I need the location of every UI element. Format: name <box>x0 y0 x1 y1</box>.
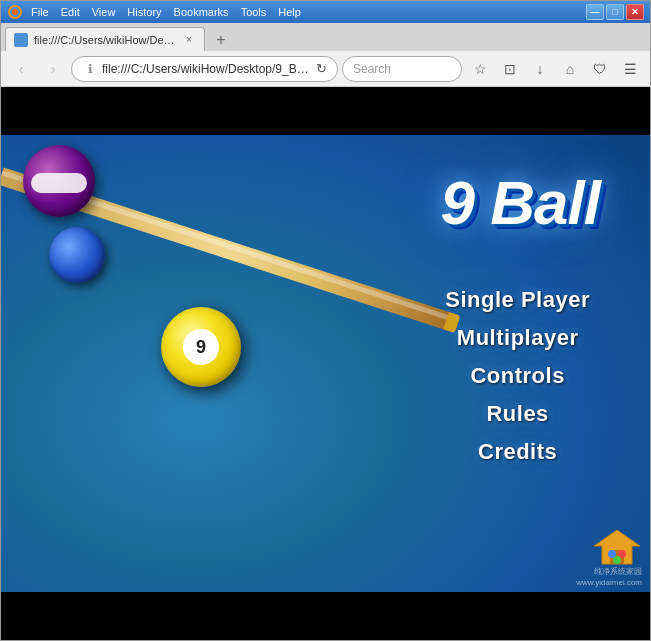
svg-point-7 <box>613 556 621 564</box>
url-text: file:///C:/Users/wikiHow/Desktop/9_BALL/ <box>102 62 312 76</box>
ball-purple <box>23 145 95 217</box>
ball-9: 9 <box>161 307 241 387</box>
watermark-text-2: www.yidaimei.com <box>576 577 642 588</box>
menu-bookmarks[interactable]: Bookmarks <box>174 6 229 18</box>
url-bar[interactable]: ℹ file:///C:/Users/wikiHow/Desktop/9_BAL… <box>71 56 338 82</box>
menu-history[interactable]: History <box>127 6 161 18</box>
menu-bar: File Edit View History Bookmarks Tools H… <box>31 6 301 18</box>
tab-bar: file:///C:/Users/wikiHow/Deskto × + <box>1 23 650 51</box>
window-controls: — □ ✕ <box>586 4 644 20</box>
home-button[interactable]: ⌂ <box>556 55 584 83</box>
game-title: 9 Ball <box>441 167 600 238</box>
menu-credits[interactable]: Credits <box>478 439 557 465</box>
black-bar-bottom <box>1 592 650 640</box>
watermark-text-1: 纯净系统家园 <box>594 566 642 577</box>
menu-view[interactable]: View <box>92 6 116 18</box>
game-scene: 9 9 Ball Single Player Multiplayer Contr… <box>1 87 650 640</box>
menu-edit[interactable]: Edit <box>61 6 80 18</box>
maximize-button[interactable]: □ <box>606 4 624 20</box>
browser-window: File Edit View History Bookmarks Tools H… <box>0 0 651 641</box>
black-bar-top <box>1 87 650 135</box>
info-icon: ℹ <box>82 61 98 77</box>
back-button[interactable]: ‹ <box>7 55 35 83</box>
menu-tools[interactable]: Tools <box>241 6 267 18</box>
menu-help[interactable]: Help <box>278 6 301 18</box>
menu-multiplayer[interactable]: Multiplayer <box>457 325 579 351</box>
watermark-icon <box>592 528 642 566</box>
tab-favicon <box>14 33 28 47</box>
menu-button[interactable]: ☰ <box>616 55 644 83</box>
watermark: 纯净系统家园 www.yidaimei.com <box>568 524 650 592</box>
reader-view-button[interactable]: ⊡ <box>496 55 524 83</box>
minimize-button[interactable]: — <box>586 4 604 20</box>
ball-purple-stripe <box>31 173 87 193</box>
navigation-bar: ‹ › ℹ file:///C:/Users/wikiHow/Desktop/9… <box>1 51 650 87</box>
menu-rules[interactable]: Rules <box>486 401 548 427</box>
ball-9-number: 9 <box>183 329 219 365</box>
shield-button[interactable]: 🛡 <box>586 55 614 83</box>
nav-icons: ☆ ⊡ ↓ ⌂ 🛡 ☰ <box>466 55 644 83</box>
download-button[interactable]: ↓ <box>526 55 554 83</box>
game-menu: Single Player Multiplayer Controls Rules… <box>445 287 590 465</box>
forward-button[interactable]: › <box>39 55 67 83</box>
ball-blue <box>49 227 105 283</box>
menu-controls[interactable]: Controls <box>470 363 564 389</box>
browser-icon <box>7 4 23 20</box>
title-bar: File Edit View History Bookmarks Tools H… <box>1 1 650 23</box>
refresh-button[interactable]: ↻ <box>316 61 327 76</box>
menu-file[interactable]: File <box>31 6 49 18</box>
close-button[interactable]: ✕ <box>626 4 644 20</box>
content-area: 9 9 Ball Single Player Multiplayer Contr… <box>1 87 650 640</box>
search-placeholder: Search <box>353 62 391 76</box>
tab-title: file:///C:/Users/wikiHow/Deskto <box>34 34 176 46</box>
svg-point-2 <box>12 9 18 15</box>
active-tab[interactable]: file:///C:/Users/wikiHow/Deskto × <box>5 27 205 51</box>
tab-close-button[interactable]: × <box>182 33 196 47</box>
menu-single-player[interactable]: Single Player <box>445 287 590 313</box>
new-tab-button[interactable]: + <box>209 29 233 51</box>
search-bar[interactable]: Search <box>342 56 462 82</box>
bookmark-star-button[interactable]: ☆ <box>466 55 494 83</box>
title-bar-left: File Edit View History Bookmarks Tools H… <box>7 4 301 20</box>
